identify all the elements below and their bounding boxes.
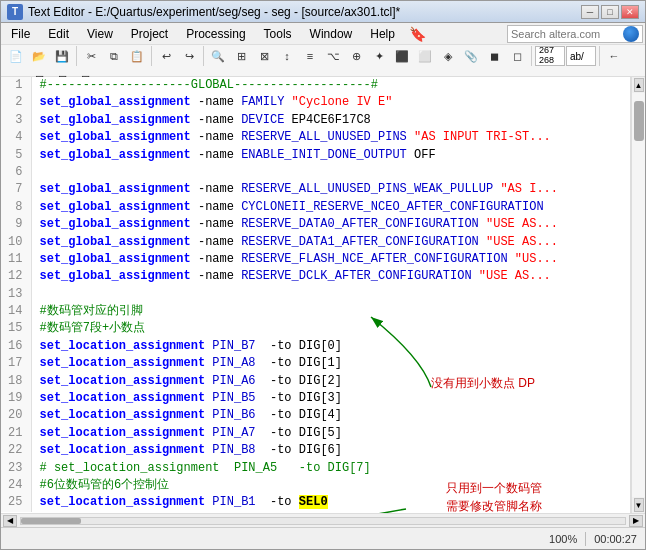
- table-row: 7set_global_assignment -name RESERVE_ALL…: [1, 181, 630, 198]
- maximize-button[interactable]: □: [601, 5, 619, 19]
- table-row: 11set_global_assignment -name RESERVE_FL…: [1, 251, 630, 268]
- tb-new[interactable]: 📄: [5, 45, 27, 67]
- line-number: 22: [1, 442, 31, 459]
- menu-tools[interactable]: Tools: [256, 25, 300, 43]
- tb-redo[interactable]: ↪: [178, 45, 200, 67]
- menu-processing[interactable]: Processing: [178, 25, 253, 43]
- tb-copy[interactable]: ⧉: [103, 45, 125, 67]
- code-line: set_global_assignment -name RESERVE_DATA…: [31, 216, 630, 233]
- scroll-h-thumb[interactable]: [21, 518, 81, 524]
- line-number-display: 267268: [535, 46, 565, 66]
- tb-b4[interactable]: ≡: [299, 45, 321, 67]
- table-row: 14#数码管对应的引脚: [1, 303, 630, 320]
- search-input[interactable]: [511, 28, 621, 40]
- tb-open[interactable]: 📂: [28, 45, 50, 67]
- app-icon: T: [7, 4, 23, 20]
- tb-b9[interactable]: ⬜: [414, 45, 436, 67]
- table-row: 10set_global_assignment -name RESERVE_DA…: [1, 234, 630, 251]
- tb-b7[interactable]: ✦: [368, 45, 390, 67]
- tb-b6[interactable]: ⊕: [345, 45, 367, 67]
- line-number: 11: [1, 251, 31, 268]
- editor-area[interactable]: 1#--------------------GLOBAL------------…: [1, 77, 631, 513]
- line-number: 2: [1, 94, 31, 111]
- tb-b1[interactable]: ⊞: [230, 45, 252, 67]
- table-row: 22set_location_assignment PIN_B8 -to DIG…: [1, 442, 630, 459]
- table-row: 1#--------------------GLOBAL------------…: [1, 77, 630, 94]
- line-number: 18: [1, 373, 31, 390]
- code-line: #数码管7段+小数点: [31, 320, 630, 337]
- tb-undo[interactable]: ↩: [155, 45, 177, 67]
- line-number: 19: [1, 390, 31, 407]
- code-line: set_global_assignment -name FAMILY "Cycl…: [31, 94, 630, 111]
- tb-b10[interactable]: ◈: [437, 45, 459, 67]
- code-line: # set_location_assignment PIN_A5 -to DIG…: [31, 460, 630, 477]
- window-controls: ─ □ ✕: [581, 5, 639, 19]
- tb-cut[interactable]: ✂: [80, 45, 102, 67]
- scroll-up-button[interactable]: ▲: [634, 78, 644, 92]
- code-line: set_location_assignment PIN_B1 -to SEL0: [31, 494, 630, 511]
- line-number: 6: [1, 164, 31, 181]
- menu-project[interactable]: Project: [123, 25, 176, 43]
- table-row: 3set_global_assignment -name DEVICE EP4C…: [1, 112, 630, 129]
- tb-b8[interactable]: ⬛: [391, 45, 413, 67]
- code-line: set_global_assignment -name RESERVE_ALL_…: [31, 181, 630, 198]
- code-line: set_global_assignment -name CYCLONEII_RE…: [31, 199, 630, 216]
- tb-b13[interactable]: ◻: [506, 45, 528, 67]
- line-number: 10: [1, 234, 31, 251]
- table-row: 15#数码管7段+小数点: [1, 320, 630, 337]
- tb-b3[interactable]: ↕: [276, 45, 298, 67]
- code-table: 1#--------------------GLOBAL------------…: [1, 77, 630, 512]
- minimize-button[interactable]: ─: [581, 5, 599, 19]
- menu-bar: File Edit View Project Processing Tools …: [1, 23, 645, 45]
- table-row: 18set_location_assignment PIN_A6 -to DIG…: [1, 373, 630, 390]
- tb-paste[interactable]: 📋: [126, 45, 148, 67]
- scrollbar-vertical[interactable]: ▲ ▼: [631, 77, 645, 513]
- code-line: #数码管对应的引脚: [31, 303, 630, 320]
- menu-file[interactable]: File: [3, 25, 38, 43]
- menu-help[interactable]: Help: [362, 25, 403, 43]
- line-number: 7: [1, 181, 31, 198]
- status-bar: 100% 00:00:27: [1, 527, 645, 549]
- tb-arrow-left[interactable]: ←: [603, 45, 625, 67]
- tb-b5[interactable]: ⌥: [322, 45, 344, 67]
- table-row: 16set_location_assignment PIN_B7 -to DIG…: [1, 338, 630, 355]
- tb-b2[interactable]: ⊠: [253, 45, 275, 67]
- scroll-right-button[interactable]: ▶: [629, 515, 643, 527]
- tb-find[interactable]: 🔍: [207, 45, 229, 67]
- scroll-thumb[interactable]: [634, 101, 644, 141]
- line-number: 16: [1, 338, 31, 355]
- line-number: 14: [1, 303, 31, 320]
- line-number: 4: [1, 129, 31, 146]
- table-row: 5set_global_assignment -name ENABLE_INIT…: [1, 147, 630, 164]
- tb-b11[interactable]: 📎: [460, 45, 482, 67]
- table-row: 23# set_location_assignment PIN_A5 -to D…: [1, 460, 630, 477]
- scroll-down-button[interactable]: ▼: [634, 498, 644, 512]
- status-separator: [585, 532, 586, 546]
- code-line: set_global_assignment -name RESERVE_FLAS…: [31, 251, 630, 268]
- code-line: [31, 286, 630, 303]
- editor-scroll[interactable]: 1#--------------------GLOBAL------------…: [1, 77, 630, 513]
- scroll-left-button[interactable]: ◀: [3, 515, 17, 527]
- zoom-level: 100%: [549, 533, 577, 545]
- tb-sep4: [531, 46, 532, 66]
- line-number: 17: [1, 355, 31, 372]
- line-number: 24: [1, 477, 31, 494]
- code-line: set_global_assignment -name RESERVE_DATA…: [31, 234, 630, 251]
- time-display: 00:00:27: [594, 533, 637, 545]
- line-number: 9: [1, 216, 31, 233]
- menu-view[interactable]: View: [79, 25, 121, 43]
- close-button[interactable]: ✕: [621, 5, 639, 19]
- table-row: 2set_global_assignment -name FAMILY "Cyc…: [1, 94, 630, 111]
- scrollbar-horizontal: ◀ ▶: [1, 513, 645, 527]
- menu-window[interactable]: Window: [302, 25, 361, 43]
- status-right: 100% 00:00:27: [549, 532, 637, 546]
- tb-save[interactable]: 💾: [51, 45, 73, 67]
- line-number: 25: [1, 494, 31, 511]
- line-number: 3: [1, 112, 31, 129]
- tb-b12[interactable]: ◼: [483, 45, 505, 67]
- title-bar: T Text Editor - E:/Quartus/experiment/se…: [1, 1, 645, 23]
- scroll-track: [632, 93, 645, 497]
- menu-edit[interactable]: Edit: [40, 25, 77, 43]
- table-row: 17set_location_assignment PIN_A8 -to DIG…: [1, 355, 630, 372]
- table-row: 4set_global_assignment -name RESERVE_ALL…: [1, 129, 630, 146]
